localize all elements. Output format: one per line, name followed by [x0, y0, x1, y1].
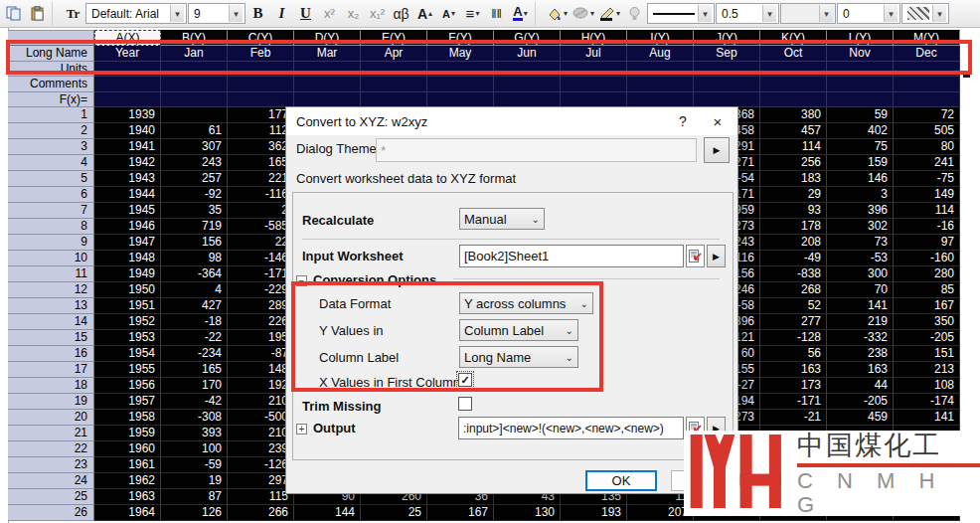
- data-cell[interactable]: 402: [827, 123, 894, 139]
- data-cell[interactable]: 1942: [94, 155, 161, 171]
- label-cell[interactable]: [694, 62, 760, 78]
- data-cell[interactable]: 1947: [94, 235, 161, 251]
- input-worksheet-flyout-button[interactable]: ▶: [707, 245, 726, 267]
- data-cell[interactable]: 1950: [94, 282, 161, 298]
- data-cell[interactable]: 112: [228, 123, 294, 139]
- data-cell[interactable]: -116: [228, 187, 294, 203]
- data-cell[interactable]: -21: [760, 410, 827, 426]
- data-cell[interactable]: 239: [228, 441, 294, 457]
- column-lines-button[interactable]: ‖‖: [485, 3, 508, 25]
- data-cell[interactable]: 141: [827, 298, 894, 314]
- data-cell[interactable]: 130: [494, 505, 561, 521]
- column-header-cell[interactable]: C(Y): [228, 30, 294, 46]
- data-cell[interactable]: 44: [827, 378, 894, 394]
- row-number-cell[interactable]: 23: [8, 457, 94, 473]
- output-expand-box[interactable]: +: [296, 424, 307, 435]
- paste-icon[interactable]: [26, 3, 49, 25]
- data-cell[interactable]: 2: [228, 203, 294, 219]
- label-cell[interactable]: [294, 77, 361, 92]
- long-name-cell[interactable]: Apr: [361, 46, 427, 62]
- data-cell[interactable]: 177: [228, 107, 294, 123]
- data-cell[interactable]: 208: [760, 235, 827, 251]
- data-cell[interactable]: 238: [827, 346, 894, 362]
- chevron-down-icon[interactable]: ▾: [698, 5, 712, 22]
- data-cell[interactable]: 277: [760, 314, 827, 330]
- data-cell[interactable]: 210: [228, 426, 294, 441]
- row-label-cell[interactable]: Units: [8, 62, 94, 78]
- label-cell[interactable]: [294, 92, 361, 108]
- align-button[interactable]: ≡ ▾: [461, 3, 484, 25]
- conversion-options-collapse-box[interactable]: −: [296, 275, 307, 286]
- label-cell[interactable]: [827, 92, 894, 108]
- row-number-cell[interactable]: 10: [8, 251, 94, 266]
- row-number-cell[interactable]: 25: [8, 489, 94, 505]
- label-cell[interactable]: [361, 62, 427, 78]
- increase-font-button[interactable]: A ▴: [413, 3, 436, 25]
- label-cell[interactable]: [627, 62, 694, 78]
- label-cell[interactable]: [894, 62, 960, 78]
- data-cell[interactable]: -126: [228, 457, 294, 473]
- data-cell[interactable]: 280: [894, 266, 960, 282]
- data-cell[interactable]: 165: [161, 362, 228, 378]
- data-cell[interactable]: 1939: [94, 107, 161, 123]
- data-cell[interactable]: 1961: [94, 457, 161, 473]
- row-number-cell[interactable]: 5: [8, 171, 94, 187]
- worksheet-picker-button[interactable]: [686, 245, 705, 267]
- data-cell[interactable]: 4: [161, 282, 228, 298]
- data-cell[interactable]: -585: [228, 219, 294, 235]
- data-cell[interactable]: 1958: [94, 410, 161, 426]
- row-label-cell[interactable]: F(x)=: [8, 92, 94, 108]
- data-cell[interactable]: 256: [760, 155, 827, 171]
- data-cell[interactable]: 1960: [94, 441, 161, 457]
- border-color-select[interactable]: ▾: [780, 3, 836, 24]
- column-header-cell[interactable]: E(Y): [361, 30, 427, 46]
- data-cell[interactable]: 73: [827, 235, 894, 251]
- data-cell[interactable]: -53: [827, 251, 894, 266]
- label-cell[interactable]: [827, 62, 894, 78]
- data-cell[interactable]: 1959: [94, 426, 161, 441]
- superscript-button[interactable]: x²: [318, 3, 341, 25]
- font-color-button[interactable]: A ▾: [509, 3, 532, 25]
- data-cell[interactable]: -87: [228, 346, 294, 362]
- data-cell[interactable]: 159: [827, 155, 894, 171]
- data-cell[interactable]: 61: [161, 123, 228, 139]
- recalculate-select[interactable]: Manual ⌄: [459, 208, 545, 230]
- data-cell[interactable]: -146: [228, 251, 294, 266]
- data-cell[interactable]: 22: [228, 235, 294, 251]
- row-label-cell[interactable]: Comments: [8, 77, 94, 92]
- chevron-down-icon[interactable]: ▾: [762, 5, 776, 22]
- dialog-theme-input[interactable]: *: [376, 138, 697, 162]
- row-number-cell[interactable]: 20: [8, 410, 94, 426]
- data-cell[interactable]: 114: [760, 139, 827, 155]
- data-cell[interactable]: -42: [161, 394, 228, 410]
- bold-button[interactable]: B: [246, 3, 269, 25]
- data-cell[interactable]: -92: [161, 187, 228, 203]
- data-cell[interactable]: 115: [228, 489, 294, 505]
- row-number-cell[interactable]: 19: [8, 394, 94, 410]
- label-cell[interactable]: [894, 77, 960, 92]
- row-number-cell[interactable]: 9: [8, 235, 94, 251]
- data-cell[interactable]: 393: [161, 426, 228, 441]
- data-cell[interactable]: 93: [760, 203, 827, 219]
- subscript-button[interactable]: x₂: [342, 3, 365, 25]
- data-cell[interactable]: 149: [894, 187, 960, 203]
- data-cell[interactable]: 396: [827, 203, 894, 219]
- column-header-cell[interactable]: F(Y): [427, 30, 494, 46]
- label-cell[interactable]: [627, 92, 694, 108]
- data-cell[interactable]: 1949: [94, 266, 161, 282]
- long-name-cell[interactable]: Jun: [494, 46, 561, 62]
- chevron-down-icon[interactable]: ▾: [819, 5, 833, 22]
- data-cell[interactable]: 221: [228, 171, 294, 187]
- data-cell[interactable]: 1952: [94, 314, 161, 330]
- column-label-select[interactable]: Long Name ⌄: [459, 346, 578, 368]
- data-cell[interactable]: 85: [894, 282, 960, 298]
- long-name-cell[interactable]: Oct: [760, 46, 827, 62]
- data-cell[interactable]: -59: [161, 457, 228, 473]
- data-cell[interactable]: 1953: [94, 330, 161, 346]
- data-cell[interactable]: 1963: [94, 489, 161, 505]
- label-cell[interactable]: [228, 62, 294, 78]
- font-select[interactable]: Default: Arial ▾: [85, 3, 187, 24]
- data-cell[interactable]: -49: [760, 251, 827, 266]
- chevron-down-icon[interactable]: ▾: [170, 5, 184, 22]
- data-cell[interactable]: 219: [827, 314, 894, 330]
